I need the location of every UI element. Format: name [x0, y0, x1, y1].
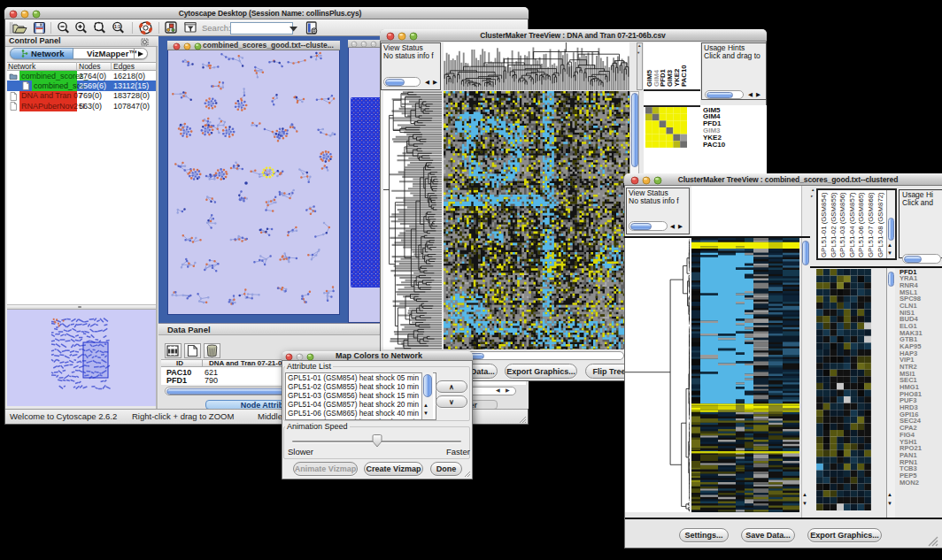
svg-text:1:1: 1:1 [114, 24, 120, 29]
